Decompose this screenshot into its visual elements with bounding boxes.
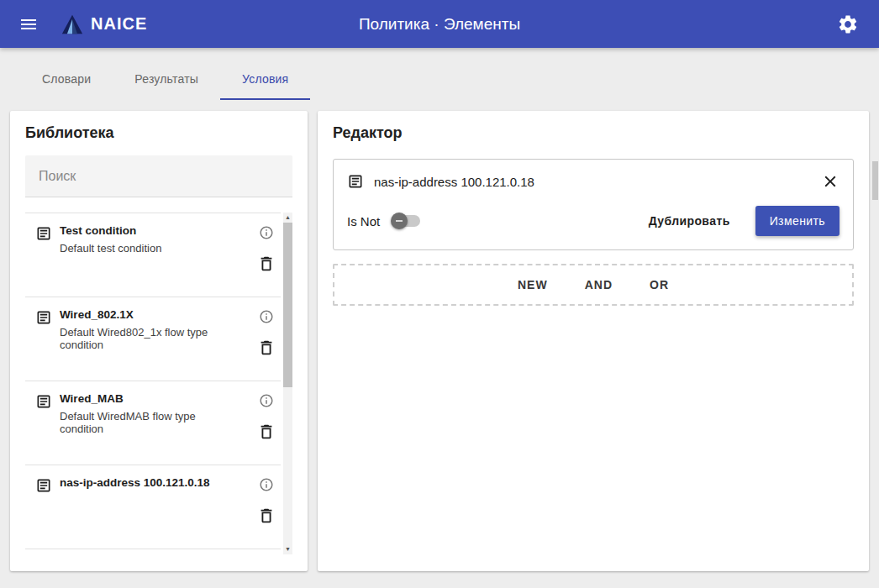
- list-item-text: Test condition Default test condition: [52, 223, 257, 288]
- main-content: Библиотека Test condition Default test c…: [0, 100, 879, 571]
- menu-icon[interactable]: [18, 14, 39, 34]
- toggle-thumb: [391, 213, 408, 229]
- condition-description: Default Wired802_1x flow type condition: [60, 326, 219, 351]
- condition-name: Test condition: [60, 223, 249, 239]
- condition-list: Test condition Default test condition: [25, 213, 292, 558]
- library-title: Библиотека: [25, 124, 292, 142]
- info-icon[interactable]: [259, 309, 274, 324]
- app-bar: NAICE Политика · Элементы: [0, 0, 879, 48]
- selected-condition-box: nas-ip-address 100.121.0.18 Is Not Дубли…: [333, 159, 854, 250]
- close-icon[interactable]: [821, 172, 840, 191]
- list-item-wired-8021x[interactable]: Wired_802.1X Default Wired802_1x flow ty…: [25, 297, 281, 381]
- brand-name: NAICE: [91, 14, 147, 34]
- settings-gear-icon[interactable]: [837, 13, 859, 35]
- scroll-up-icon[interactable]: ▲: [285, 213, 291, 223]
- list-scrollbar[interactable]: ▲ ▼: [283, 213, 292, 554]
- and-button[interactable]: AND: [575, 271, 623, 298]
- selected-condition-controls: Is Not Дублировать Изменить: [334, 199, 853, 249]
- tab-bar: Словари Результаты Условия: [0, 60, 879, 100]
- delete-icon[interactable]: [257, 255, 276, 273]
- page-scrollbar-thumb[interactable]: [872, 161, 878, 200]
- delete-icon[interactable]: [257, 423, 276, 441]
- document-icon: [35, 309, 52, 372]
- editor-panel: Редактор nas-ip-address 100.121.0.18 Is …: [318, 111, 869, 571]
- search-input[interactable]: [25, 155, 292, 197]
- list-item-text: nas-ip-address 100.121.0.18: [52, 475, 257, 540]
- list-item-actions: [257, 475, 279, 540]
- delete-icon[interactable]: [257, 507, 276, 525]
- or-button[interactable]: OR: [640, 271, 679, 298]
- list-item-actions: [257, 307, 279, 372]
- condition-name: Wired_802.1X: [60, 307, 249, 323]
- list-item-nas-ip-address[interactable]: nas-ip-address 100.121.0.18: [25, 465, 281, 549]
- naice-logo-icon: [61, 13, 84, 35]
- condition-description: Default WiredMAB flow type condition: [60, 410, 219, 435]
- insert-bar: NEW AND OR: [333, 264, 854, 306]
- edit-button[interactable]: Изменить: [755, 206, 840, 236]
- document-icon: [35, 477, 52, 540]
- editor-title: Редактор: [333, 124, 854, 142]
- list-item-text: Wired_802.1X Default Wired802_1x flow ty…: [52, 307, 257, 372]
- tab-results[interactable]: Результаты: [113, 60, 220, 100]
- scrollbar-thumb[interactable]: [283, 223, 292, 387]
- library-panel: Библиотека Test condition Default test c…: [10, 111, 308, 571]
- list-item-test-condition[interactable]: Test condition Default test condition: [25, 213, 281, 297]
- info-icon[interactable]: [259, 477, 274, 492]
- list-item-actions: [257, 391, 279, 456]
- is-not-label: Is Not: [347, 214, 380, 228]
- list-item-text: Wired_MAB Default WiredMAB flow type con…: [52, 391, 257, 456]
- condition-name: nas-ip-address 100.121.0.18: [60, 475, 249, 491]
- list-item-wired-mab[interactable]: Wired_MAB Default WiredMAB flow type con…: [25, 381, 281, 465]
- tab-conditions[interactable]: Условия: [220, 60, 310, 100]
- document-icon: [347, 173, 364, 190]
- info-icon[interactable]: [259, 225, 274, 240]
- info-icon[interactable]: [259, 393, 274, 408]
- brand: NAICE: [61, 13, 147, 35]
- condition-description: Default test condition: [60, 242, 219, 255]
- list-item-actions: [257, 223, 279, 288]
- document-icon: [35, 393, 52, 456]
- document-icon: [35, 225, 52, 288]
- duplicate-button[interactable]: Дублировать: [642, 207, 737, 235]
- selected-condition-header: nas-ip-address 100.121.0.18: [334, 160, 853, 199]
- tab-dictionaries[interactable]: Словари: [20, 60, 113, 100]
- delete-icon[interactable]: [257, 339, 276, 357]
- new-button[interactable]: NEW: [508, 271, 558, 298]
- selected-condition-name: nas-ip-address 100.121.0.18: [374, 175, 534, 189]
- is-not-toggle[interactable]: [391, 213, 422, 229]
- condition-name: Wired_MAB: [60, 391, 249, 407]
- scroll-down-icon[interactable]: ▼: [285, 544, 291, 554]
